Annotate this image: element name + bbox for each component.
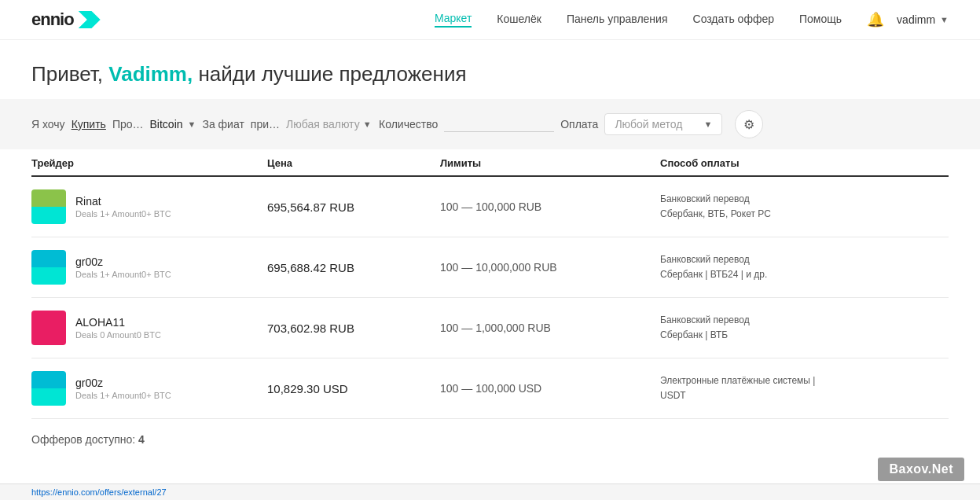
avatar-1 bbox=[31, 250, 66, 285]
col-payment: Способ оплаты bbox=[660, 157, 949, 169]
logo-icon bbox=[79, 11, 101, 28]
nav-right: 🔔 vadimm ▼ bbox=[867, 11, 949, 28]
limits-1: 100 — 10,000,000 RUB bbox=[440, 261, 660, 274]
price-3: 10,829.30 USD bbox=[267, 382, 440, 395]
price-0: 695,564.87 RUB bbox=[267, 200, 440, 214]
logo-text: ennio bbox=[31, 9, 74, 30]
nav: Маркет Кошелёк Панель управления Создать… bbox=[435, 12, 842, 28]
payment-0: Банковский перевод Сбербанк, ВТБ, Рокет … bbox=[660, 192, 949, 222]
price-2: 703,602.98 RUB bbox=[267, 322, 440, 335]
header: ennio Маркет Кошелёк Панель управления С… bbox=[0, 0, 980, 40]
nav-dashboard[interactable]: Панель управления bbox=[567, 13, 668, 27]
trader-cell-1: gr00z Deals 1+ Amount0+ BTC bbox=[31, 250, 267, 285]
trader-info-1: gr00z Deals 1+ Amount0+ BTC bbox=[75, 256, 171, 279]
trader-info-2: ALOHA11 Deals 0 Amount0 BTC bbox=[75, 316, 161, 340]
trader-name-0[interactable]: Rinat bbox=[75, 195, 171, 208]
price-1: 695,688.42 RUB bbox=[267, 261, 440, 274]
trader-stats-1: Deals 1+ Amount0+ BTC bbox=[75, 270, 171, 279]
crypto-chevron-icon: ▼ bbox=[188, 119, 196, 129]
trader-stats-3: Deals 1+ Amount0+ BTC bbox=[75, 391, 171, 400]
offers-label: Офферов доступно: bbox=[31, 433, 135, 446]
trader-cell-3: gr00z Deals 1+ Amount0+ BTC bbox=[31, 371, 267, 406]
currency-chevron-icon: ▼ bbox=[363, 119, 372, 129]
payment-1: Банковский перевод Сбербанк | ВТБ24 | и … bbox=[660, 252, 949, 282]
nav-help[interactable]: Помощь bbox=[799, 13, 842, 27]
col-price: Цена bbox=[267, 157, 440, 169]
payment-2: Банковский перевод Сбербанк | ВТБ bbox=[660, 313, 949, 343]
limits-2: 100 — 1,000,000 RUB bbox=[440, 322, 660, 334]
col-trader: Трейдер bbox=[31, 157, 267, 169]
filter-action-placeholder: Про… bbox=[112, 118, 144, 131]
greeting-suffix: найди лучшие предложения bbox=[193, 62, 466, 86]
logo[interactable]: ennio bbox=[31, 9, 101, 30]
notification-icon[interactable]: 🔔 bbox=[867, 11, 884, 28]
crypto-select[interactable]: Bitcoin ▼ bbox=[150, 115, 196, 134]
filter-bar: Я хочу Купить Про… Bitcoin ▼ За фиат при… bbox=[0, 99, 980, 149]
offers-count: Офферов доступно: 4 bbox=[0, 419, 980, 460]
limits-0: 100 — 100,000 RUB bbox=[440, 200, 660, 213]
table-row: ALOHA11 Deals 0 Amount0 BTC 703,602.98 R… bbox=[31, 298, 949, 358]
payment-chevron-icon: ▼ bbox=[703, 119, 712, 129]
avatar-3 bbox=[31, 371, 66, 406]
hero-title: Привет, Vadimm, найди лучшие предложения bbox=[31, 62, 949, 86]
user-menu[interactable]: vadimm ▼ bbox=[897, 13, 949, 26]
trader-name-2[interactable]: ALOHA11 bbox=[75, 316, 161, 329]
hero-section: Привет, Vadimm, найди лучшие предложения bbox=[0, 40, 980, 99]
table-header: Трейдер Цена Лимиты Способ оплаты bbox=[31, 149, 949, 177]
filter-i-want-label: Я хочу bbox=[31, 118, 65, 131]
nav-market[interactable]: Маркет bbox=[435, 12, 472, 28]
avatar-2 bbox=[31, 311, 66, 345]
offers-table: Трейдер Цена Лимиты Способ оплаты Rinat … bbox=[0, 149, 980, 419]
payment-method-select[interactable]: Любой метод ▼ bbox=[604, 113, 722, 135]
trader-stats-0: Deals 1+ Amount0+ BTC bbox=[75, 209, 171, 219]
currency-select[interactable]: Любая валюту ▼ bbox=[286, 118, 373, 131]
payment-3: Электронные платёжные системы | USDT bbox=[660, 373, 949, 403]
payment-label: Оплата bbox=[560, 118, 598, 131]
greeting-user: Vadimm, bbox=[108, 62, 193, 86]
avatar-0 bbox=[31, 189, 66, 224]
fiat-placeholder: при… bbox=[251, 118, 280, 131]
trader-name-3[interactable]: gr00z bbox=[75, 377, 171, 389]
trader-info-3: gr00z Deals 1+ Amount0+ BTC bbox=[75, 377, 171, 400]
nav-create-offer[interactable]: Создать оффер bbox=[693, 13, 775, 27]
table-row: gr00z Deals 1+ Amount0+ BTC 695,688.42 R… bbox=[31, 237, 949, 298]
limits-3: 100 — 100,000 USD bbox=[440, 382, 660, 395]
trader-name-1[interactable]: gr00z bbox=[75, 256, 171, 268]
trader-cell-2: ALOHA11 Deals 0 Amount0 BTC bbox=[31, 311, 267, 345]
trader-cell-0: Rinat Deals 1+ Amount0+ BTC bbox=[31, 189, 267, 224]
qty-label: Количество bbox=[379, 118, 438, 131]
chevron-down-icon: ▼ bbox=[940, 15, 949, 24]
greeting-prefix: Привет, bbox=[31, 62, 108, 86]
crypto-label: Bitcoin bbox=[150, 118, 183, 131]
currency-label: Любая валюту bbox=[286, 118, 360, 131]
offers-number: 4 bbox=[138, 433, 145, 446]
nav-wallet[interactable]: Кошелёк bbox=[497, 13, 541, 27]
trader-stats-2: Deals 0 Amount0 BTC bbox=[75, 330, 161, 340]
trader-info-0: Rinat Deals 1+ Amount0+ BTC bbox=[75, 195, 171, 219]
payment-placeholder: Любой метод bbox=[615, 118, 682, 131]
filter-settings-button[interactable]: ⚙ bbox=[735, 110, 763, 138]
col-limits: Лимиты bbox=[440, 157, 660, 169]
filter-buy-link[interactable]: Купить bbox=[72, 118, 106, 131]
qty-input[interactable] bbox=[444, 117, 554, 132]
fiat-label: За фиат bbox=[202, 118, 244, 131]
table-row: gr00z Deals 1+ Amount0+ BTC 10,829.30 US… bbox=[31, 358, 949, 419]
username: vadimm bbox=[897, 13, 935, 26]
table-row: Rinat Deals 1+ Amount0+ BTC 695,564.87 R… bbox=[31, 177, 949, 237]
